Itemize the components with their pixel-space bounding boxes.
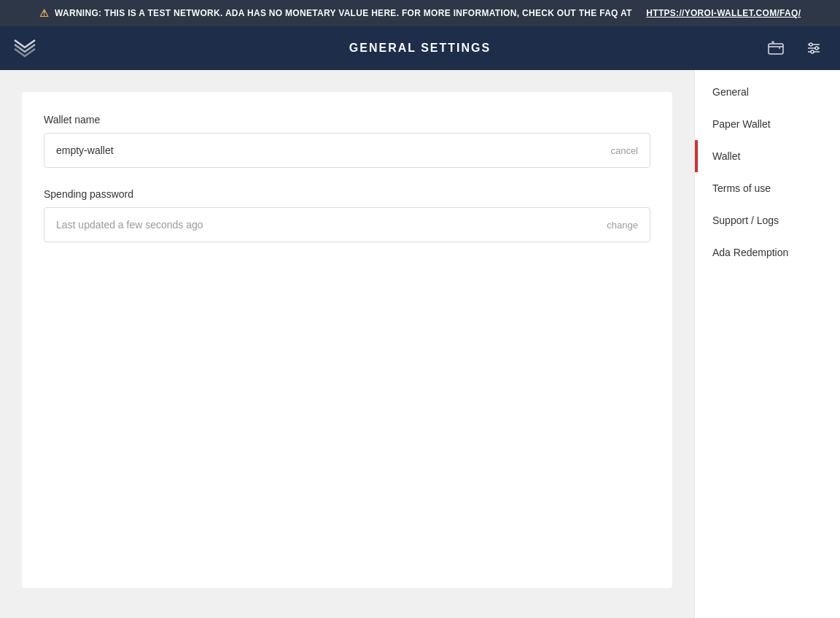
wallet-name-input[interactable] xyxy=(56,144,610,156)
warning-icon: ⚠ xyxy=(39,7,49,19)
wallet-name-cancel-button[interactable]: cancel xyxy=(610,145,638,156)
warning-banner: ⚠ WARNING: THIS IS A TEST NETWORK. ADA H… xyxy=(0,0,840,26)
spending-password-group: Spending password Last updated a few sec… xyxy=(44,188,650,242)
wallet-name-label: Wallet name xyxy=(44,114,650,125)
sidebar-item-ada-redemption[interactable]: Ada Redemption xyxy=(695,236,840,269)
wallet-name-input-wrapper: cancel xyxy=(44,133,650,168)
filter-button[interactable] xyxy=(799,34,828,63)
svg-point-1 xyxy=(771,41,774,44)
svg-point-5 xyxy=(809,43,812,46)
sidebar-item-wallet[interactable]: Wallet xyxy=(695,140,840,172)
warning-text: WARNING: THIS IS A TEST NETWORK. ADA HAS… xyxy=(55,8,632,18)
spending-password-wrapper: Last updated a few seconds ago change xyxy=(44,207,650,242)
wallet-name-group: Wallet name cancel xyxy=(44,114,650,168)
navbar-actions xyxy=(761,34,828,63)
sidebar-item-support-logs[interactable]: Support / Logs xyxy=(695,204,840,236)
logo-icon xyxy=(12,33,38,63)
svg-rect-0 xyxy=(769,44,783,54)
svg-point-7 xyxy=(811,50,814,53)
settings-card: Wallet name cancel Spending password Las… xyxy=(22,92,672,588)
sidebar: General Paper Wallet Wallet Terms of use… xyxy=(694,70,840,618)
navbar: GENERAL SETTINGS xyxy=(0,26,840,70)
sidebar-item-terms-of-use[interactable]: Terms of use xyxy=(695,172,840,204)
spending-password-label: Spending password xyxy=(44,188,650,200)
sidebar-item-paper-wallet[interactable]: Paper Wallet xyxy=(695,108,840,140)
main-layout: Wallet name cancel Spending password Las… xyxy=(0,70,840,618)
warning-link[interactable]: HTTPS://YOROI-WALLET.COM/FAQ/ xyxy=(646,8,801,18)
svg-point-6 xyxy=(815,47,818,50)
wallet-action-button[interactable] xyxy=(761,34,790,63)
sidebar-item-general[interactable]: General xyxy=(695,76,840,108)
spending-password-change-button[interactable]: change xyxy=(607,220,638,231)
content-area: Wallet name cancel Spending password Las… xyxy=(0,70,694,618)
navbar-logo xyxy=(12,33,38,63)
page-title: GENERAL SETTINGS xyxy=(349,42,491,55)
spending-password-status: Last updated a few seconds ago xyxy=(56,219,203,231)
